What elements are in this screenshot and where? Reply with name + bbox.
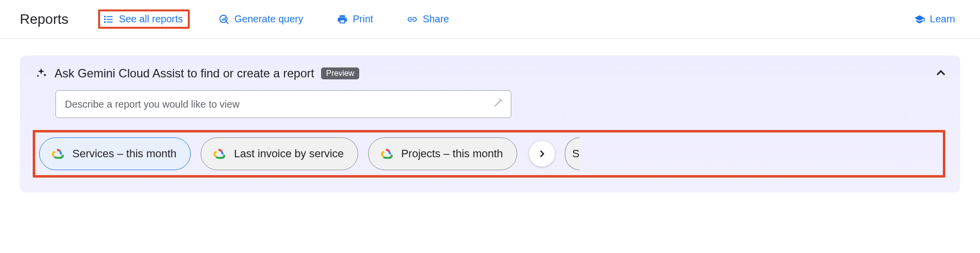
chip-label: Projects – this month: [401, 147, 503, 160]
google-cloud-icon: [379, 146, 393, 161]
scroll-chips-right-button[interactable]: [529, 141, 555, 167]
share-button[interactable]: Share: [402, 10, 454, 28]
report-input-wrap: [55, 90, 511, 118]
see-all-reports-label: See all reports: [119, 13, 183, 25]
panel-container: Ask Gemini Cloud Assist to find or creat…: [0, 39, 980, 207]
share-label: Share: [423, 13, 449, 25]
svg-point-5: [105, 21, 106, 22]
suggestion-chips-row: Services – this month Last invoice by se…: [33, 130, 945, 178]
topbar: Reports See all reports Generate query P…: [0, 0, 980, 39]
learn-label: Learn: [930, 13, 955, 25]
chip-projects-this-month[interactable]: Projects – this month: [368, 137, 517, 170]
chip-services-this-month[interactable]: Services – this month: [39, 137, 191, 170]
print-label: Print: [353, 13, 373, 25]
learn-button[interactable]: Learn: [909, 10, 960, 28]
svg-rect-10: [225, 17, 226, 20]
svg-point-4: [105, 19, 106, 20]
chip-label: Services – this month: [72, 147, 176, 160]
gemini-panel: Ask Gemini Cloud Assist to find or creat…: [20, 56, 960, 192]
query-icon: [218, 14, 229, 25]
wand-icon: [492, 98, 503, 111]
chip-last-invoice-by-service[interactable]: Last invoice by service: [201, 137, 358, 170]
graduation-cap-icon: [914, 14, 925, 25]
see-all-reports-button[interactable]: See all reports: [98, 9, 190, 29]
print-icon: [337, 14, 348, 25]
generate-query-button[interactable]: Generate query: [214, 10, 308, 28]
panel-title: Ask Gemini Cloud Assist to find or creat…: [54, 66, 314, 80]
svg-rect-8: [222, 19, 223, 21]
google-cloud-icon: [211, 146, 226, 161]
generate-query-label: Generate query: [234, 13, 303, 25]
chip-label: Last invoice by service: [234, 147, 343, 160]
report-describe-input[interactable]: [55, 90, 511, 118]
overflow-chip-hint: S: [572, 147, 580, 160]
svg-rect-9: [223, 18, 224, 21]
sparkle-icon: [35, 67, 48, 80]
collapse-button[interactable]: [933, 65, 948, 82]
link-icon: [407, 14, 418, 25]
svg-point-6: [220, 15, 227, 22]
svg-line-7: [226, 21, 229, 24]
page-title: Reports: [20, 11, 68, 27]
preview-badge: Preview: [321, 67, 359, 79]
google-cloud-icon: [50, 146, 64, 161]
print-button[interactable]: Print: [332, 10, 378, 28]
chevron-right-icon: [536, 148, 548, 160]
svg-point-3: [105, 16, 106, 17]
topbar-actions: See all reports Generate query Print Sha…: [98, 9, 454, 29]
panel-header: Ask Gemini Cloud Assist to find or creat…: [35, 66, 945, 80]
chevron-up-icon: [933, 65, 948, 80]
overflow-chip-fragment[interactable]: S: [565, 137, 580, 170]
list-icon: [103, 14, 114, 25]
